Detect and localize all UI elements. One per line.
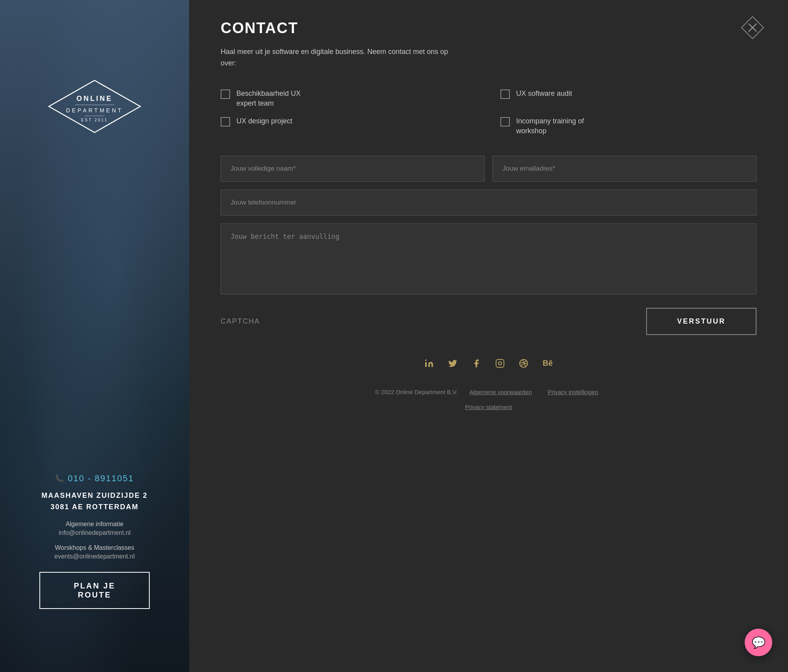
diamond-logo: ONLINE DEPARTMENT EST 2011 — [47, 79, 142, 134]
workshops-label: Worskhops & Masterclasses — [39, 544, 150, 551]
footer-row-2: Privacy statement — [221, 401, 756, 413]
svg-point-10 — [425, 359, 427, 361]
instagram-icon[interactable] — [495, 359, 505, 370]
contact-subtitle: Haal meer uit je software en digitale bu… — [221, 46, 457, 69]
footer-links: © 2022 Online Department B.V. Algemene v… — [221, 386, 756, 413]
checkboxes-grid: Beschikbaarheid UXexpert team UX softwar… — [221, 89, 756, 136]
contact-info: 📞 010 - 8911051 MAASHAVEN ZUIDZIJDE 2 30… — [39, 473, 150, 609]
info-section: Algemene informatie info@onlinedepartmen… — [39, 521, 150, 560]
chat-button[interactable]: 💬 — [745, 629, 772, 656]
linkedin-icon[interactable] — [424, 359, 434, 370]
checkbox-label-1: Beschikbaarheid UXexpert team — [236, 89, 301, 108]
logo-container: ONLINE DEPARTMENT EST 2011 — [47, 79, 142, 134]
copyright: © 2022 Online Department B.V. — [375, 386, 458, 398]
address-line1: MAASHAVEN ZUIDZIJDE 2 — [39, 490, 150, 501]
svg-text:ONLINE: ONLINE — [76, 95, 113, 102]
address-line2: 3081 AE ROTTERDAM — [39, 501, 150, 513]
info-label: Algemene informatie — [39, 521, 150, 528]
email-input[interactable] — [492, 156, 756, 182]
left-panel: ONLINE DEPARTMENT EST 2011 📞 010 - 89110… — [0, 0, 189, 672]
checkbox-label-4: Incompany training ofworkshop — [516, 116, 584, 136]
svg-text:DEPARTMENT: DEPARTMENT — [66, 107, 123, 114]
chat-icon: 💬 — [752, 636, 766, 649]
checkbox-beschikbaarheid[interactable] — [221, 89, 230, 99]
checkbox-item-2[interactable]: UX software audit — [500, 89, 756, 108]
checkbox-label-3: UX design project — [236, 116, 292, 126]
terms-link[interactable]: Algemene voorwaarden — [469, 386, 532, 398]
close-button[interactable] — [741, 16, 764, 39]
message-textarea[interactable] — [221, 223, 756, 294]
info-email: info@onlinedepartment.nl — [39, 529, 150, 536]
bottom-form-row: CAPTCHA VERSTUUR — [221, 308, 756, 335]
svg-rect-11 — [496, 359, 504, 367]
svg-marker-0 — [49, 80, 140, 132]
checkbox-ux-audit[interactable] — [500, 89, 510, 99]
behance-icon[interactable]: Bē — [543, 359, 553, 370]
checkbox-label-2: UX software audit — [516, 89, 572, 99]
svg-rect-9 — [425, 362, 427, 367]
checkbox-ux-design[interactable] — [221, 117, 230, 127]
checkbox-incompany[interactable] — [500, 117, 510, 127]
checkbox-item-3[interactable]: UX design project — [221, 116, 477, 136]
captcha-label: CAPTCHA — [221, 317, 260, 326]
name-input[interactable] — [221, 156, 485, 182]
social-row: Bē — [221, 359, 756, 370]
submit-button[interactable]: VERSTUUR — [646, 308, 756, 335]
plan-route-button[interactable]: PLAN JE ROUTE — [39, 572, 150, 609]
svg-text:EST 2011: EST 2011 — [81, 118, 108, 122]
privacy-statement-link[interactable]: Privacy statement — [465, 401, 512, 413]
checkbox-item-4[interactable]: Incompany training ofworkshop — [500, 116, 756, 136]
checkbox-item-1[interactable]: Beschikbaarheid UXexpert team — [221, 89, 477, 108]
form-row-name-email — [221, 156, 756, 182]
contact-title: CONTACT — [221, 20, 756, 37]
footer-row-1: © 2022 Online Department B.V. Algemene v… — [221, 386, 756, 398]
twitter-icon[interactable] — [448, 359, 457, 370]
facebook-icon[interactable] — [472, 359, 481, 370]
right-panel: CONTACT Haal meer uit je software en dig… — [189, 0, 788, 672]
phone-display: 📞 010 - 8911051 — [39, 473, 150, 484]
phone-icon: 📞 — [55, 474, 65, 483]
workshops-email: events@onlinedepartment.nl — [39, 553, 150, 560]
privacy-settings-link[interactable]: Privacy instellingen — [548, 386, 598, 398]
phone-input[interactable] — [221, 190, 756, 216]
phone-number: 010 - 8911051 — [68, 473, 134, 484]
dribbble-icon[interactable] — [519, 359, 528, 370]
